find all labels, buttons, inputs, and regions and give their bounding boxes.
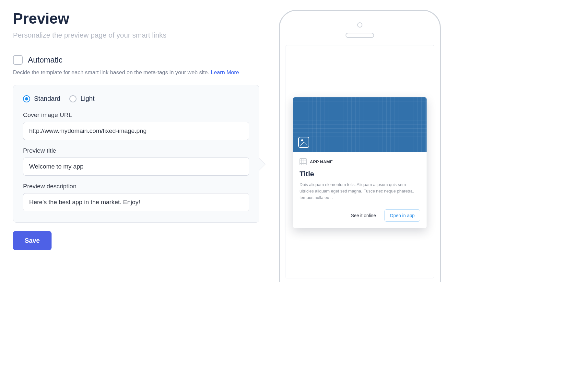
learn-more-link[interactable]: Learn More <box>211 69 239 76</box>
phone-camera-icon <box>357 22 362 28</box>
page-title: Preview <box>13 10 259 27</box>
preview-cover <box>293 97 427 152</box>
see-online-button[interactable]: See it online <box>347 209 380 222</box>
radio-standard-indicator <box>23 95 30 102</box>
preview-description-label: Preview description <box>23 183 249 190</box>
phone-screen: APP NAME Title Duis aliquam elementum fe… <box>286 45 434 278</box>
automatic-label: Automatic <box>28 55 63 64</box>
cover-url-label: Cover image URL <box>23 111 249 119</box>
automatic-checkbox[interactable] <box>13 55 23 65</box>
radio-light-label: Light <box>80 95 94 102</box>
preview-card-title: Title <box>300 170 420 178</box>
card-pointer-icon <box>253 158 265 171</box>
preview-card: APP NAME Title Duis aliquam elementum fe… <box>293 97 427 228</box>
preview-description-input[interactable] <box>23 193 249 211</box>
phone-side-button-icon <box>279 59 279 76</box>
save-button[interactable]: Save <box>13 231 52 250</box>
radio-standard[interactable]: Standard <box>23 95 60 102</box>
page-subtitle: Personalize the preview page of your sma… <box>13 31 259 40</box>
preview-card-description: Duis aliquam elementum felis. Aliquam a … <box>300 181 420 201</box>
phone-mockup: APP NAME Title Duis aliquam elementum fe… <box>279 10 441 282</box>
automatic-help-text: Decide the template for each smart link … <box>13 69 259 76</box>
automatic-help-body: Decide the template for each smart link … <box>13 69 211 76</box>
phone-side-button-icon <box>279 82 279 105</box>
preview-title-input[interactable] <box>23 158 249 176</box>
open-in-app-button[interactable]: Open in app <box>384 209 420 222</box>
radio-standard-label: Standard <box>34 95 60 102</box>
app-icon-placeholder-icon <box>300 158 307 165</box>
radio-light-indicator <box>69 95 76 102</box>
preview-title-label: Preview title <box>23 147 249 154</box>
cover-url-input[interactable] <box>23 122 249 140</box>
radio-light[interactable]: Light <box>69 95 94 102</box>
template-form-card: Standard Light Cover image URL Preview t… <box>13 85 259 223</box>
phone-speaker-icon <box>346 33 374 38</box>
phone-side-button-icon <box>279 111 279 134</box>
image-placeholder-icon <box>298 137 309 148</box>
preview-app-name: APP NAME <box>310 159 333 164</box>
